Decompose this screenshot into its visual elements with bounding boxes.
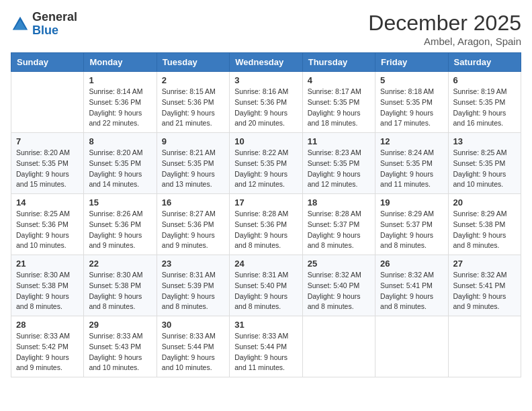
calendar-week-row: 1Sunrise: 8:14 AMSunset: 5:36 PMDaylight… xyxy=(11,72,521,133)
day-number: 10 xyxy=(234,136,297,146)
page-header: General Blue December 2025 Ambel, Aragon… xyxy=(11,11,521,47)
calendar-cell xyxy=(448,316,521,377)
calendar-week-row: 28Sunrise: 8:33 AMSunset: 5:42 PMDayligh… xyxy=(11,316,521,377)
day-number: 26 xyxy=(380,259,443,269)
calendar-cell: 24Sunrise: 8:31 AMSunset: 5:40 PMDayligh… xyxy=(230,255,302,316)
location-subtitle: Ambel, Aragon, Spain xyxy=(368,36,521,47)
calendar-cell: 31Sunrise: 8:33 AMSunset: 5:44 PMDayligh… xyxy=(230,316,302,377)
calendar-cell: 2Sunrise: 8:15 AMSunset: 5:36 PMDaylight… xyxy=(157,72,229,133)
day-number: 18 xyxy=(308,197,370,208)
day-number: 8 xyxy=(89,136,151,146)
day-number: 7 xyxy=(16,136,79,146)
day-number: 14 xyxy=(16,197,79,208)
day-info: Sunrise: 8:30 AMSunset: 5:38 PMDaylight:… xyxy=(89,270,151,312)
day-number: 31 xyxy=(234,320,297,330)
calendar-cell: 29Sunrise: 8:33 AMSunset: 5:43 PMDayligh… xyxy=(84,316,157,377)
weekday-header: Sunday xyxy=(11,53,84,72)
day-number: 11 xyxy=(308,136,370,146)
logo: General Blue xyxy=(11,11,77,38)
calendar-cell: 30Sunrise: 8:33 AMSunset: 5:44 PMDayligh… xyxy=(157,316,229,377)
calendar-cell: 14Sunrise: 8:25 AMSunset: 5:36 PMDayligh… xyxy=(11,194,84,255)
calendar-cell: 20Sunrise: 8:29 AMSunset: 5:38 PMDayligh… xyxy=(448,194,521,255)
calendar-cell: 18Sunrise: 8:28 AMSunset: 5:37 PMDayligh… xyxy=(302,194,375,255)
logo-icon xyxy=(11,15,30,34)
calendar-cell: 13Sunrise: 8:25 AMSunset: 5:35 PMDayligh… xyxy=(448,133,521,194)
day-number: 15 xyxy=(89,197,151,208)
month-title: December 2025 xyxy=(368,11,521,36)
calendar-cell: 16Sunrise: 8:27 AMSunset: 5:36 PMDayligh… xyxy=(157,194,229,255)
calendar-cell: 23Sunrise: 8:31 AMSunset: 5:39 PMDayligh… xyxy=(157,255,229,316)
day-info: Sunrise: 8:20 AMSunset: 5:35 PMDaylight:… xyxy=(16,148,79,190)
calendar-header-row: SundayMondayTuesdayWednesdayThursdayFrid… xyxy=(11,53,521,72)
day-info: Sunrise: 8:15 AMSunset: 5:36 PMDaylight:… xyxy=(162,87,224,129)
day-info: Sunrise: 8:27 AMSunset: 5:36 PMDaylight:… xyxy=(162,209,224,251)
day-number: 29 xyxy=(89,320,151,330)
calendar-cell: 11Sunrise: 8:23 AMSunset: 5:35 PMDayligh… xyxy=(302,133,375,194)
calendar-cell: 9Sunrise: 8:21 AMSunset: 5:35 PMDaylight… xyxy=(157,133,229,194)
day-info: Sunrise: 8:32 AMSunset: 5:41 PMDaylight:… xyxy=(453,270,516,312)
logo-blue-text: Blue xyxy=(32,24,58,37)
day-info: Sunrise: 8:33 AMSunset: 5:42 PMDaylight:… xyxy=(16,331,79,373)
day-info: Sunrise: 8:32 AMSunset: 5:40 PMDaylight:… xyxy=(308,270,370,312)
calendar-table: SundayMondayTuesdayWednesdayThursdayFrid… xyxy=(11,52,521,377)
day-number: 17 xyxy=(234,197,297,208)
day-number: 13 xyxy=(453,136,516,146)
day-info: Sunrise: 8:30 AMSunset: 5:38 PMDaylight:… xyxy=(16,270,79,312)
day-info: Sunrise: 8:25 AMSunset: 5:36 PMDaylight:… xyxy=(16,209,79,251)
calendar-week-row: 7Sunrise: 8:20 AMSunset: 5:35 PMDaylight… xyxy=(11,133,521,194)
day-info: Sunrise: 8:29 AMSunset: 5:38 PMDaylight:… xyxy=(453,209,516,251)
calendar-cell: 19Sunrise: 8:29 AMSunset: 5:37 PMDayligh… xyxy=(375,194,448,255)
day-info: Sunrise: 8:31 AMSunset: 5:40 PMDaylight:… xyxy=(234,270,297,312)
calendar-cell: 3Sunrise: 8:16 AMSunset: 5:36 PMDaylight… xyxy=(230,72,302,133)
day-info: Sunrise: 8:14 AMSunset: 5:36 PMDaylight:… xyxy=(89,87,151,129)
day-info: Sunrise: 8:25 AMSunset: 5:35 PMDaylight:… xyxy=(453,148,516,190)
day-info: Sunrise: 8:18 AMSunset: 5:35 PMDaylight:… xyxy=(380,87,443,129)
day-number: 28 xyxy=(16,320,79,330)
calendar-cell: 28Sunrise: 8:33 AMSunset: 5:42 PMDayligh… xyxy=(11,316,84,377)
calendar-cell: 4Sunrise: 8:17 AMSunset: 5:35 PMDaylight… xyxy=(302,72,375,133)
title-block: December 2025 Ambel, Aragon, Spain xyxy=(368,11,521,47)
weekday-header: Monday xyxy=(84,53,157,72)
weekday-header: Saturday xyxy=(448,53,521,72)
day-info: Sunrise: 8:31 AMSunset: 5:39 PMDaylight:… xyxy=(162,270,224,312)
weekday-header: Thursday xyxy=(302,53,375,72)
calendar-cell: 7Sunrise: 8:20 AMSunset: 5:35 PMDaylight… xyxy=(11,133,84,194)
day-number: 4 xyxy=(308,75,370,85)
day-info: Sunrise: 8:32 AMSunset: 5:41 PMDaylight:… xyxy=(380,270,443,312)
day-number: 27 xyxy=(453,259,516,269)
weekday-header: Wednesday xyxy=(230,53,302,72)
calendar-cell xyxy=(375,316,448,377)
logo-general-text: General xyxy=(32,10,77,24)
day-number: 6 xyxy=(453,75,516,85)
day-info: Sunrise: 8:33 AMSunset: 5:43 PMDaylight:… xyxy=(89,331,151,373)
day-number: 12 xyxy=(380,136,443,146)
calendar-cell: 12Sunrise: 8:24 AMSunset: 5:35 PMDayligh… xyxy=(375,133,448,194)
day-info: Sunrise: 8:29 AMSunset: 5:37 PMDaylight:… xyxy=(380,209,443,251)
day-info: Sunrise: 8:22 AMSunset: 5:35 PMDaylight:… xyxy=(234,148,297,190)
weekday-header: Tuesday xyxy=(157,53,229,72)
day-number: 3 xyxy=(234,75,297,85)
day-info: Sunrise: 8:16 AMSunset: 5:36 PMDaylight:… xyxy=(234,87,297,129)
calendar-cell: 5Sunrise: 8:18 AMSunset: 5:35 PMDaylight… xyxy=(375,72,448,133)
day-number: 5 xyxy=(380,75,443,85)
calendar-cell: 1Sunrise: 8:14 AMSunset: 5:36 PMDaylight… xyxy=(84,72,157,133)
day-number: 30 xyxy=(162,320,224,330)
calendar-week-row: 14Sunrise: 8:25 AMSunset: 5:36 PMDayligh… xyxy=(11,194,521,255)
day-info: Sunrise: 8:33 AMSunset: 5:44 PMDaylight:… xyxy=(162,331,224,373)
day-info: Sunrise: 8:24 AMSunset: 5:35 PMDaylight:… xyxy=(380,148,443,190)
calendar-cell: 26Sunrise: 8:32 AMSunset: 5:41 PMDayligh… xyxy=(375,255,448,316)
calendar-cell: 10Sunrise: 8:22 AMSunset: 5:35 PMDayligh… xyxy=(230,133,302,194)
calendar-cell: 6Sunrise: 8:19 AMSunset: 5:35 PMDaylight… xyxy=(448,72,521,133)
day-info: Sunrise: 8:23 AMSunset: 5:35 PMDaylight:… xyxy=(308,148,370,190)
day-info: Sunrise: 8:33 AMSunset: 5:44 PMDaylight:… xyxy=(234,331,297,373)
calendar-cell: 21Sunrise: 8:30 AMSunset: 5:38 PMDayligh… xyxy=(11,255,84,316)
calendar-cell: 22Sunrise: 8:30 AMSunset: 5:38 PMDayligh… xyxy=(84,255,157,316)
day-number: 24 xyxy=(234,259,297,269)
day-number: 2 xyxy=(162,75,224,85)
day-number: 23 xyxy=(162,259,224,269)
day-number: 1 xyxy=(89,75,151,85)
day-number: 16 xyxy=(162,197,224,208)
day-number: 22 xyxy=(89,259,151,269)
day-info: Sunrise: 8:17 AMSunset: 5:35 PMDaylight:… xyxy=(308,87,370,129)
day-info: Sunrise: 8:19 AMSunset: 5:35 PMDaylight:… xyxy=(453,87,516,129)
